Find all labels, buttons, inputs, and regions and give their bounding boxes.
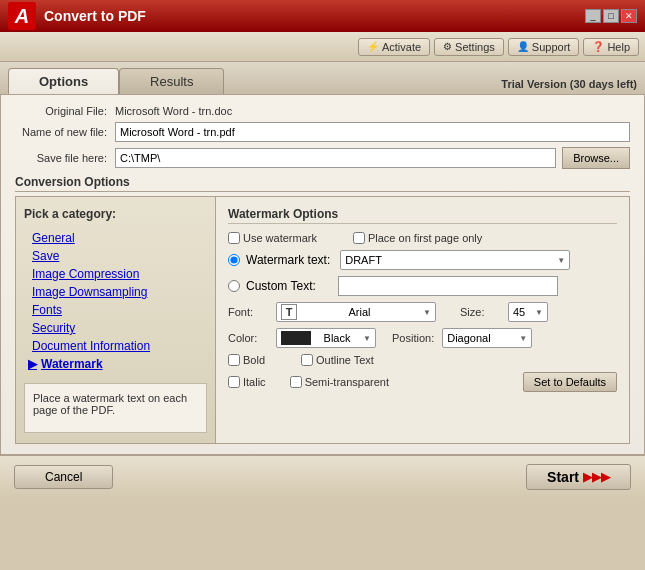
conversion-body: Pick a category: General Save Image Comp… [15, 196, 630, 444]
italic-label[interactable]: Italic [228, 376, 266, 388]
bold-checkbox[interactable] [228, 354, 240, 366]
custom-text-input[interactable] [338, 276, 558, 296]
help-button[interactable]: ❓ Help [583, 38, 639, 56]
color-dropdown-arrow: ▼ [363, 334, 371, 343]
watermark-text-radio-label[interactable]: Watermark text: [228, 253, 330, 267]
use-watermark-label[interactable]: Use watermark [228, 232, 317, 244]
italic-semi-row: Italic Semi-transparent Set to Defaults [228, 372, 617, 392]
watermark-options-row1: Use watermark Place on first page only [228, 232, 617, 244]
panel-title: Watermark Options [228, 207, 617, 224]
original-file-value: Microsoft Word - trn.doc [115, 105, 232, 117]
position-dropdown[interactable]: Diagonal ▼ [442, 328, 532, 348]
category-title: Pick a category: [24, 207, 207, 221]
italic-checkbox[interactable] [228, 376, 240, 388]
bottom-bar: Cancel Start ▶▶▶ [0, 455, 645, 498]
outline-checkbox[interactable] [301, 354, 313, 366]
category-document-info[interactable]: Document Information [24, 337, 207, 355]
conversion-section: Conversion Options Pick a category: Gene… [15, 175, 630, 444]
new-file-input[interactable] [115, 122, 630, 142]
tab-options[interactable]: Options [8, 68, 119, 94]
settings-button[interactable]: ⚙ Settings [434, 38, 504, 56]
color-swatch [281, 331, 311, 345]
category-security[interactable]: Security [24, 319, 207, 337]
size-dropdown[interactable]: 45 ▼ [508, 302, 548, 322]
maximize-button[interactable]: □ [603, 9, 619, 23]
app-logo: A [8, 2, 36, 30]
title-bar: A Convert to PDF _ □ ✕ [0, 0, 645, 32]
settings-icon: ⚙ [443, 41, 452, 52]
size-label: Size: [460, 306, 500, 318]
main-content: Original File: Microsoft Word - trn.doc … [0, 94, 645, 455]
category-general[interactable]: General [24, 229, 207, 247]
color-dropdown[interactable]: Black ▼ [276, 328, 376, 348]
watermark-text-dropdown[interactable]: DRAFT ▼ [340, 250, 570, 270]
support-button[interactable]: 👤 Support [508, 38, 580, 56]
semitransparent-label[interactable]: Semi-transparent [290, 376, 389, 388]
right-panel: Watermark Options Use watermark Place on… [216, 197, 629, 443]
support-icon: 👤 [517, 41, 529, 52]
fast-forward-icon: ▶▶▶ [583, 470, 610, 484]
tabs: Options Results [8, 68, 224, 94]
font-label: Font: [228, 306, 268, 318]
minimize-button[interactable]: _ [585, 9, 601, 23]
window-controls: _ □ ✕ [585, 9, 637, 23]
arrow-icon: ▶ [28, 357, 37, 371]
font-icon: T [281, 304, 297, 320]
tab-results[interactable]: Results [119, 68, 224, 94]
font-dropdown-arrow: ▼ [423, 308, 431, 317]
bold-outline-row: Bold Outline Text [228, 354, 617, 366]
new-file-row: Name of new file: [15, 122, 630, 142]
font-row: Font: T Arial ▼ Size: 45 ▼ [228, 302, 617, 322]
start-button[interactable]: Start ▶▶▶ [526, 464, 631, 490]
save-here-input[interactable] [115, 148, 556, 168]
new-file-label: Name of new file: [15, 126, 115, 138]
category-image-compression[interactable]: Image Compression [24, 265, 207, 283]
help-icon: ❓ [592, 41, 604, 52]
color-position-row: Color: Black ▼ Position: Diagonal ▼ [228, 328, 617, 348]
set-defaults-button[interactable]: Set to Defaults [523, 372, 617, 392]
category-watermark[interactable]: ▶ Watermark [24, 355, 207, 373]
tab-area: Options Results Trial Version (30 days l… [0, 62, 645, 94]
hint-box: Place a watermark text on each page of t… [24, 383, 207, 433]
category-image-downsampling[interactable]: Image Downsampling [24, 283, 207, 301]
color-label: Color: [228, 332, 268, 344]
activate-button[interactable]: ⚡ Activate [358, 38, 430, 56]
original-file-label: Original File: [15, 105, 115, 117]
place-first-page-label[interactable]: Place on first page only [353, 232, 482, 244]
outline-label[interactable]: Outline Text [301, 354, 374, 366]
font-dropdown[interactable]: T Arial ▼ [276, 302, 436, 322]
custom-text-radio[interactable] [228, 280, 240, 292]
place-first-page-checkbox[interactable] [353, 232, 365, 244]
category-fonts[interactable]: Fonts [24, 301, 207, 319]
use-watermark-checkbox[interactable] [228, 232, 240, 244]
position-dropdown-arrow: ▼ [519, 334, 527, 343]
size-dropdown-arrow: ▼ [535, 308, 543, 317]
left-panel: Pick a category: General Save Image Comp… [16, 197, 216, 443]
trial-notice: Trial Version (30 days left) [501, 78, 637, 94]
close-button[interactable]: ✕ [621, 9, 637, 23]
save-here-label: Save file here: [15, 152, 115, 164]
watermark-text-row: Watermark text: DRAFT ▼ [228, 250, 617, 270]
category-save[interactable]: Save [24, 247, 207, 265]
semitransparent-checkbox[interactable] [290, 376, 302, 388]
cancel-button[interactable]: Cancel [14, 465, 113, 489]
save-here-row: Save file here: Browse... [15, 147, 630, 169]
conversion-title: Conversion Options [15, 175, 630, 192]
toolbar: ⚡ Activate ⚙ Settings 👤 Support ❓ Help [0, 32, 645, 62]
browse-button[interactable]: Browse... [562, 147, 630, 169]
watermark-text-radio[interactable] [228, 254, 240, 266]
position-label: Position: [392, 332, 434, 344]
bold-label[interactable]: Bold [228, 354, 265, 366]
app-title: Convert to PDF [44, 8, 585, 24]
activate-icon: ⚡ [367, 41, 379, 52]
original-file-row: Original File: Microsoft Word - trn.doc [15, 105, 630, 117]
custom-text-radio-label[interactable]: Custom Text: [228, 279, 316, 293]
custom-text-row: Custom Text: [228, 276, 617, 296]
watermark-text-dropdown-arrow: ▼ [557, 256, 565, 265]
